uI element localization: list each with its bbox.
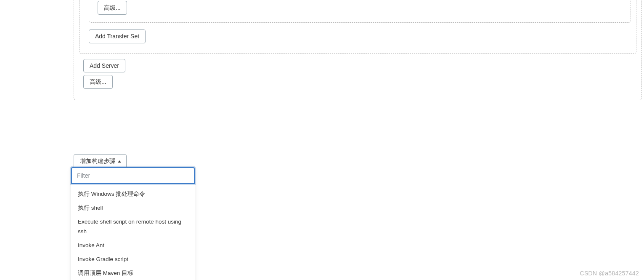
- caret-up-icon: [118, 160, 121, 163]
- add-build-step-label: 增加构建步骤: [80, 157, 115, 165]
- build-step-container: All of the transfer fields (except for E…: [74, 0, 642, 100]
- build-step-menu-item[interactable]: Invoke Gradle script: [71, 253, 195, 267]
- build-step-menu-item[interactable]: 执行 shell: [71, 201, 195, 215]
- transfer-set-panel: All of the transfer fields (except for E…: [89, 0, 631, 23]
- build-step-menu-item[interactable]: Invoke Ant: [71, 239, 195, 253]
- watermark-text: CSDN @a584257442: [580, 270, 639, 277]
- advanced-button-transfer[interactable]: 高级...: [98, 1, 127, 15]
- build-step-menu-item[interactable]: 执行 Windows 批处理命令: [71, 187, 195, 201]
- build-step-menu-item[interactable]: 调用顶层 Maven 目标: [71, 267, 195, 280]
- add-transfer-set-button[interactable]: Add Transfer Set: [89, 29, 146, 43]
- advanced-button-server[interactable]: 高级...: [83, 75, 113, 89]
- add-build-step-button[interactable]: 增加构建步骤: [74, 154, 127, 168]
- ssh-server-panel: All of the transfer fields (except for E…: [79, 0, 636, 54]
- build-step-dropdown: 执行 Windows 批处理命令执行 shellExecute shell sc…: [71, 167, 195, 280]
- add-server-button[interactable]: Add Server: [83, 59, 125, 73]
- filter-input[interactable]: [71, 167, 195, 184]
- build-step-menu-list: 执行 Windows 批处理命令执行 shellExecute shell sc…: [71, 187, 195, 280]
- build-step-menu-item[interactable]: Execute shell script on remote host usin…: [71, 215, 195, 239]
- add-build-step-area: 增加构建步骤 执行 Windows 批处理命令执行 shellExecute s…: [74, 154, 127, 168]
